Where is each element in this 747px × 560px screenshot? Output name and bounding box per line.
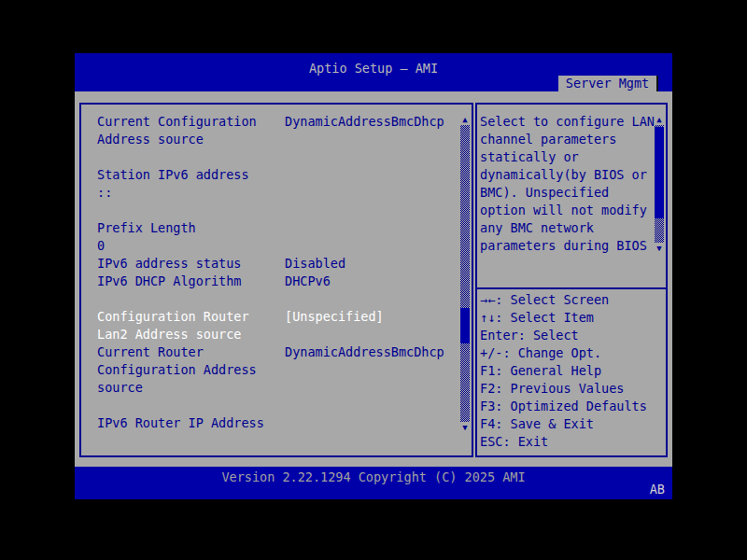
option-label: IPv6 address status — [97, 255, 285, 273]
help-text-line: option will not modify — [480, 202, 651, 219]
option-value — [285, 166, 457, 184]
help-text-line: any BMC network — [480, 219, 651, 237]
scroll-down-icon[interactable]: ▼ — [655, 243, 664, 254]
status-bar: Version 2.22.1294 Copyright (C) 2025 AMI… — [75, 467, 672, 499]
option-label: Configuration Router — [97, 308, 285, 326]
bios-option-row[interactable]: IPv6 address status Disabled — [97, 255, 457, 273]
option-label: 0 — [97, 237, 285, 255]
options-panel: Current Configuration DynamicAddressBmcD… — [79, 103, 473, 457]
option-value: [Unspecified] — [285, 308, 457, 326]
help-text-line: parameters during BIOS — [480, 237, 651, 255]
hotkey-legend-line: ↑↓: Select Item — [480, 309, 664, 327]
option-label: IPv6 DHCP Algorithm — [97, 273, 285, 290]
hotkey-legend-line: ESC: Exit — [480, 433, 664, 451]
help-text-line: BMC). Unspecified — [480, 184, 651, 202]
bios-option-row[interactable]: IPv6 DHCP Algorithm DHCPv6 — [97, 273, 457, 290]
option-label: Current Router — [97, 343, 285, 361]
hotkey-legend-line: →←: Select Screen — [480, 291, 664, 309]
scroll-up-icon[interactable]: ▲ — [460, 114, 470, 125]
scroll-down-icon[interactable]: ▼ — [460, 422, 470, 433]
option-value — [285, 219, 457, 237]
help-hotkeys-divider — [477, 287, 666, 289]
version-text: Version 2.22.1294 Copyright (C) 2025 AMI — [75, 469, 672, 486]
hotkey-legend-line: Enter: Select — [480, 327, 664, 344]
bios-option-row[interactable]: source — [97, 379, 457, 397]
bios-option-row[interactable]: :: — [97, 184, 457, 202]
option-label: IPv6 Router IP Address — [97, 414, 285, 432]
option-value — [285, 414, 457, 432]
help-text-line: dynamically(by BIOS or — [480, 166, 651, 184]
scroll-up-icon[interactable]: ▲ — [655, 114, 664, 125]
option-label: Lan2 Address source — [97, 326, 285, 343]
help-scrollbar-thumb[interactable] — [655, 127, 664, 218]
help-scrollbar-track[interactable] — [655, 125, 664, 243]
bios-option-row[interactable]: Lan2 Address source — [97, 326, 457, 343]
bios-option-row[interactable]: Configuration Address — [97, 361, 457, 379]
option-value: DynamicAddressBmcDhcp — [285, 343, 457, 361]
help-text-line: statically or — [480, 148, 651, 166]
help-text-line: Select to configure LAN — [480, 113, 651, 131]
option-value — [285, 361, 457, 379]
option-value: DHCPv6 — [285, 273, 457, 290]
option-value — [285, 379, 457, 397]
bios-option-row[interactable]: Configuration Router [Unspecified] — [97, 308, 457, 326]
option-label: Address source — [97, 131, 285, 148]
option-label: Configuration Address — [97, 361, 285, 379]
option-label: source — [97, 379, 285, 397]
hotkey-legend-line: F1: General Help — [480, 362, 664, 380]
bios-option-row[interactable]: Current Configuration DynamicAddressBmcD… — [97, 113, 457, 131]
help-scrollbar[interactable]: ▲ ▼ — [655, 114, 664, 254]
bios-option-row[interactable]: Station IPv6 address — [97, 166, 457, 184]
hotkey-legend-line: F2: Previous Values — [480, 380, 664, 398]
help-text-line: channel parameters — [480, 131, 651, 148]
bios-option-row[interactable]: Address source — [97, 131, 457, 148]
hotkey-legend: →←: Select Screen↑↓: Select ItemEnter: S… — [480, 291, 664, 451]
options-scrollbar[interactable]: ▲ ▼ — [460, 114, 470, 433]
help-text: Select to configure LANchannel parameter… — [480, 113, 651, 255]
bios-console: Aptio Setup – AMI Server Mgmt Current Co… — [75, 53, 672, 499]
bios-option-row[interactable]: 0 — [97, 237, 457, 255]
option-value — [285, 237, 457, 255]
build-badge: AB — [650, 481, 665, 498]
bios-option-row[interactable]: Current Router DynamicAddressBmcDhcp — [97, 343, 457, 361]
option-label: Current Configuration — [97, 113, 285, 131]
option-value — [285, 184, 457, 202]
tab-server-mgmt[interactable]: Server Mgmt — [558, 76, 658, 91]
option-value — [285, 326, 457, 343]
option-value — [285, 131, 457, 148]
hotkey-legend-line: F3: Optimized Defaults — [480, 398, 664, 415]
options-scrollbar-track[interactable] — [460, 125, 470, 422]
hotkey-legend-line: +/-: Change Opt. — [480, 344, 664, 362]
options-scrollbar-thumb[interactable] — [460, 308, 470, 343]
options-list: Current Configuration DynamicAddressBmcD… — [97, 113, 457, 432]
option-label: Prefix Length — [97, 219, 285, 237]
option-value: DynamicAddressBmcDhcp — [285, 113, 457, 131]
hotkey-legend-line: F4: Save & Exit — [480, 415, 664, 433]
option-label: Station IPv6 address — [97, 166, 285, 184]
option-value: Disabled — [285, 255, 457, 273]
bios-option-row[interactable]: IPv6 Router IP Address — [97, 414, 457, 432]
bios-screen: Aptio Setup – AMI Server Mgmt Current Co… — [0, 0, 747, 560]
bios-option-row[interactable]: Prefix Length — [97, 219, 457, 237]
option-label: :: — [97, 184, 285, 202]
help-panel: Select to configure LANchannel parameter… — [475, 103, 668, 457]
main-area: Current Configuration DynamicAddressBmcD… — [75, 91, 672, 467]
